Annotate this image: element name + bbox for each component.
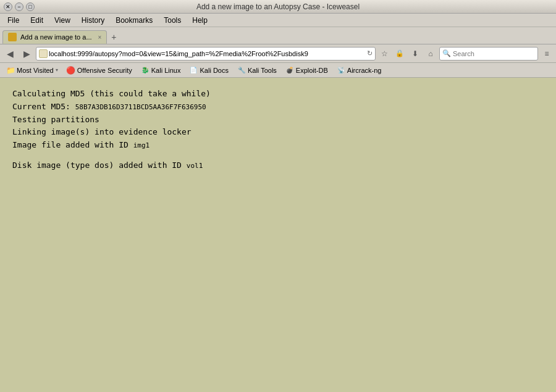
bookmark-kali-linux[interactable]: 🐉 Kali Linux bbox=[137, 65, 185, 76]
page-icon: 🐉 bbox=[141, 66, 150, 75]
tab-close-button[interactable]: × bbox=[98, 34, 102, 41]
line-1: Calculating MD5 (this could take a while… bbox=[12, 88, 544, 101]
disk-image-line: Disk image (type dos) added with ID vol1 bbox=[12, 159, 544, 172]
menu-button[interactable]: ≡ bbox=[540, 47, 554, 60]
forward-button[interactable]: ▶ bbox=[19, 47, 34, 60]
bookmark-label: Most Visited bbox=[17, 67, 54, 74]
minimize-button[interactable]: − bbox=[15, 2, 23, 11]
menu-tools[interactable]: Tools bbox=[159, 15, 186, 26]
page-icon: 📡 bbox=[337, 66, 345, 75]
bookmark-offensive-security[interactable]: 🔴 Offensive Security bbox=[63, 65, 136, 76]
download-button[interactable]: ⬇ bbox=[408, 47, 422, 60]
tabbar: Add a new image to a... × + bbox=[0, 27, 556, 44]
page-icon: 🔴 bbox=[67, 66, 75, 75]
active-tab[interactable]: Add a new image to a... × bbox=[2, 30, 107, 44]
bookmark-exploit-db[interactable]: 💣 Exploit-DB bbox=[282, 65, 332, 76]
folder-icon: 📁 bbox=[6, 66, 15, 75]
line-2: Current MD5: 58B7A3DB16D3711BCD5AA36F7F6… bbox=[12, 101, 544, 114]
bookmark-kali-docs[interactable]: 📄 Kali Docs bbox=[185, 65, 232, 76]
tab-label: Add a new image to a... bbox=[20, 33, 92, 41]
window-controls[interactable]: ✕ − □ bbox=[4, 2, 35, 11]
page-icon: 💣 bbox=[285, 66, 294, 75]
navbar: ◀ ▶ ↻ ☆ 🔒 ⬇ ⌂ 🔍 ≡ bbox=[0, 44, 556, 63]
bookmark-kali-tools[interactable]: 🔧 Kali Tools bbox=[234, 65, 280, 76]
main-content: Calculating MD5 (this could take a while… bbox=[0, 78, 556, 392]
bookmark-star-button[interactable]: ☆ bbox=[377, 47, 391, 60]
line-4: Linking image(s) into evidence locker bbox=[12, 126, 544, 139]
menu-view[interactable]: View bbox=[49, 15, 75, 26]
bookmark-label: Kali Linux bbox=[151, 67, 181, 74]
menubar: File Edit View History Bookmarks Tools H… bbox=[0, 14, 556, 27]
menu-help[interactable]: Help bbox=[187, 15, 213, 26]
menu-file[interactable]: File bbox=[2, 15, 24, 26]
close-button[interactable]: ✕ bbox=[4, 2, 12, 11]
home-button[interactable]: ⌂ bbox=[424, 47, 437, 60]
url-favicon bbox=[39, 49, 48, 58]
page-icon: 📄 bbox=[189, 66, 198, 75]
bookmark-label: Kali Docs bbox=[200, 67, 228, 74]
url-lock-button[interactable]: 🔒 bbox=[393, 47, 406, 60]
url-input[interactable] bbox=[49, 50, 366, 57]
bookmark-label: Aircrack-ng bbox=[347, 67, 382, 74]
bookmark-most-visited[interactable]: 📁 Most Visited ▾ bbox=[2, 65, 62, 76]
search-bar[interactable]: 🔍 bbox=[439, 47, 538, 60]
menu-bookmarks[interactable]: Bookmarks bbox=[111, 15, 158, 26]
line-3: Testing partitions bbox=[12, 114, 544, 127]
search-icon: 🔍 bbox=[442, 49, 451, 57]
chevron-down-icon: ▾ bbox=[56, 67, 58, 73]
line-5: Image file added with ID img1 bbox=[12, 139, 544, 152]
url-bar[interactable]: ↻ bbox=[36, 47, 376, 60]
bookmark-label: Exploit-DB bbox=[296, 67, 328, 74]
bookmarks-bar: 📁 Most Visited ▾ 🔴 Offensive Security 🐉 … bbox=[0, 63, 556, 78]
bookmark-aircrack-ng[interactable]: 📡 Aircrack-ng bbox=[333, 65, 385, 76]
tab-favicon bbox=[8, 33, 17, 41]
menu-edit[interactable]: Edit bbox=[25, 15, 48, 26]
maximize-button[interactable]: □ bbox=[26, 2, 35, 11]
window-title: Add a new image to an Autopsy Case - Ice… bbox=[35, 2, 521, 11]
titlebar: ✕ − □ Add a new image to an Autopsy Case… bbox=[0, 0, 556, 14]
new-tab-button[interactable]: + bbox=[107, 30, 120, 44]
bookmark-label: Offensive Security bbox=[77, 67, 132, 74]
back-button[interactable]: ◀ bbox=[2, 47, 17, 60]
page-icon: 🔧 bbox=[237, 66, 246, 75]
menu-history[interactable]: History bbox=[77, 15, 109, 26]
bookmark-label: Kali Tools bbox=[248, 67, 277, 74]
refresh-button[interactable]: ↻ bbox=[367, 49, 373, 57]
search-input[interactable] bbox=[453, 50, 538, 57]
